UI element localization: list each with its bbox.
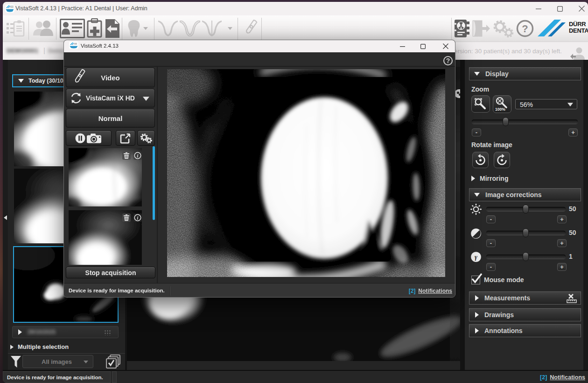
pause-snapshot-button[interactable] [66, 130, 112, 146]
gamma-slider[interactable] [486, 255, 566, 259]
minimize-button[interactable] [528, 2, 549, 15]
patient-card-icon[interactable] [58, 15, 86, 42]
rotate-cw-button[interactable] [494, 152, 510, 168]
capture-2-info-button[interactable]: i [133, 213, 142, 222]
pause-camera-icon [66, 131, 111, 145]
zoom-slider-thumb[interactable] [503, 117, 509, 126]
delete-measurements-icon[interactable] [567, 294, 577, 305]
filter-funnel-icon [11, 356, 21, 370]
device-selector-value: VistaCam iX HD [66, 94, 154, 102]
jaw-arch-icon[interactable] [157, 15, 179, 42]
measurements-collapsed-icon [475, 295, 479, 301]
stop-acquisition-button[interactable]: Stop acquisition [66, 267, 155, 278]
detach-window-button[interactable] [116, 130, 135, 146]
status-cell-divider [112, 371, 117, 383]
tooth-dropdown-caret[interactable] [143, 27, 148, 30]
notifications-label[interactable]: Notifications [550, 374, 585, 381]
device-status-message: Device is ready for image acquisition. [7, 375, 103, 380]
brightness-slider[interactable] [486, 207, 566, 211]
annotations-section-header[interactable]: Annotations [469, 324, 581, 337]
logo-line1: DÜRR [569, 21, 586, 28]
thumbnail-scrollbar[interactable] [153, 146, 155, 220]
contrast-minus-button[interactable]: - [486, 239, 496, 247]
mouse-mode-checkbox[interactable] [471, 276, 480, 284]
dialog-close-button[interactable] [435, 40, 455, 52]
brightness-minus-button[interactable]: - [486, 215, 496, 223]
mirroring-section-header[interactable]: Mirroring [471, 175, 508, 182]
zoom-percent-dropdown[interactable]: 56% [515, 99, 577, 109]
mirroring-collapsed-icon [471, 176, 475, 181]
main-titlebar: VistaSoft 2.4.13 | Practice: A1 Dental |… [3, 2, 588, 15]
left-panel-collapse-handle[interactable] [3, 60, 8, 370]
gamma-minus-button[interactable]: - [486, 263, 496, 271]
rotate-ccw-button[interactable] [472, 152, 489, 168]
measurements-section-header[interactable]: Measurements [469, 291, 581, 305]
corrections-header-label: Image corrections [485, 191, 542, 199]
clipboard-add-icon[interactable] [86, 15, 104, 42]
camera-pen-icon[interactable] [241, 15, 259, 42]
stop-acquisition-label: Stop acquisition [66, 269, 155, 277]
dialog-status-divider [169, 286, 170, 296]
capture-1-info-button[interactable]: i [133, 151, 142, 160]
jaw-dropdown-caret[interactable] [228, 27, 232, 30]
xray-journal-icon[interactable] [452, 15, 471, 42]
delete-capture-1-button[interactable] [122, 151, 131, 160]
device-selector-dropdown[interactable]: VistaCam iX HD [66, 89, 155, 107]
rotate-image-label: Rotate image [471, 141, 512, 149]
gamma-slider-thumb[interactable] [523, 252, 529, 261]
zoom-minus-button[interactable]: - [472, 128, 481, 136]
contrast-slider-thumb[interactable] [523, 228, 529, 237]
main-window-title: VistaSoft 2.4.13 | Practice: A1 Dental |… [15, 5, 147, 12]
contrast-slider[interactable] [486, 231, 566, 235]
capture-mode-label: Normal [66, 114, 154, 122]
zoom-fit-button[interactable] [471, 95, 490, 113]
multi-select-images-button[interactable] [106, 354, 122, 371]
dialog-notifications-link[interactable]: [2]Notifications [409, 288, 452, 294]
dialog-minimize-button[interactable] [392, 40, 413, 52]
brightness-plus-button[interactable]: + [557, 215, 567, 223]
acquisition-settings-button[interactable] [137, 130, 155, 146]
delete-capture-2-button[interactable] [122, 213, 131, 222]
captured-thumbnail-2[interactable]: i [69, 210, 142, 265]
maximize-button[interactable] [549, 2, 571, 15]
zoom-plus-button[interactable]: + [568, 128, 578, 136]
drag-grip-icon[interactable] [104, 330, 112, 335]
help-icon[interactable]: ? [515, 15, 535, 42]
video-mode-button[interactable]: Video [66, 68, 155, 87]
contrast-plus-button[interactable]: + [557, 239, 567, 247]
captured-thumbnail-1[interactable]: i [69, 148, 142, 206]
gamma-value: 1 [569, 253, 573, 260]
tooth-icon[interactable] [124, 15, 144, 42]
patient-id-redacted[interactable]: DEMO0001 [7, 47, 38, 54]
settings-gears-icon[interactable] [491, 15, 515, 42]
today-group-label: Today (30/10/ [28, 78, 65, 84]
collapsed-date-group-header[interactable]: 29/10/2025 [12, 326, 119, 338]
live-video-preview[interactable] [167, 69, 445, 277]
drawings-section-header[interactable]: Drawings [469, 308, 581, 321]
worklist-icon[interactable] [6, 15, 26, 42]
gamma-plus-button[interactable]: + [557, 263, 567, 271]
collapse-left-arrow-icon[interactable] [3, 214, 7, 222]
logout-icon[interactable] [472, 15, 490, 42]
close-button[interactable] [571, 2, 588, 15]
jaw-arch-open-icon[interactable] [179, 15, 201, 42]
display-section-header[interactable]: Display [469, 67, 581, 80]
brightness-slider-thumb[interactable] [523, 205, 529, 213]
jaw-arch-split-icon[interactable] [201, 15, 223, 42]
patients-icon[interactable] [31, 15, 56, 42]
zoom-slider[interactable] [472, 120, 578, 124]
right-panel-splitter[interactable] [460, 60, 465, 370]
import-image-icon[interactable] [104, 15, 121, 42]
multiple-selection-toggle[interactable]: Multiple selection [8, 343, 69, 350]
dialog-help-icon[interactable]: ? [443, 56, 453, 65]
image-corrections-section-header[interactable]: Image corrections [469, 188, 581, 201]
zoom-100-button[interactable]: 100% [493, 95, 511, 113]
notifications-link[interactable]: [2]Notifications [540, 374, 585, 381]
capture-mode-button[interactable]: Normal [66, 109, 155, 128]
image-filter-dropdown[interactable]: All images [22, 355, 93, 368]
right-panel-collapse-handle[interactable] [583, 60, 588, 370]
logo-line2: DENTAL [569, 27, 588, 34]
svg-text:γ: γ [475, 254, 477, 261]
dialog-notifications-label[interactable]: Notifications [418, 288, 452, 294]
dialog-maximize-button[interactable] [413, 40, 433, 52]
